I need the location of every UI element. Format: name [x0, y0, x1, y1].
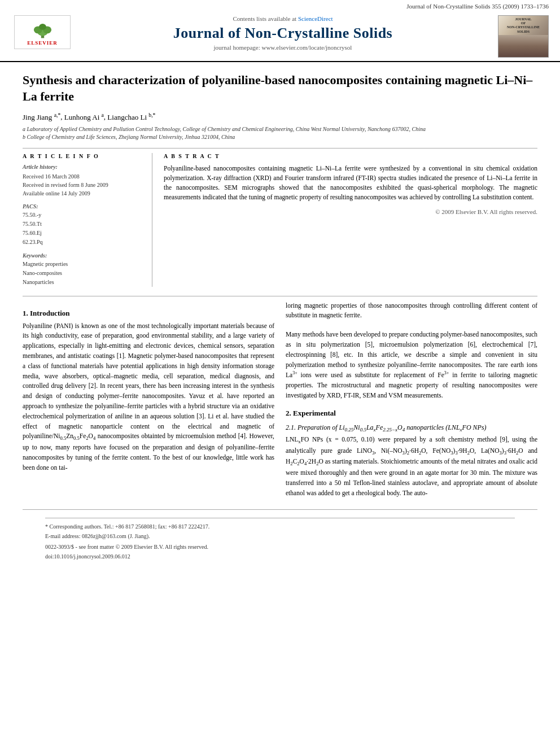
- citation-text: Journal of Non-Crystalline Solids 355 (2…: [406, 3, 549, 10]
- main-left-col: 1. Introduction Polyaniline (PANI) is kn…: [23, 301, 274, 499]
- page-footer: * Corresponding authors. Tel.: +86 817 2…: [23, 509, 537, 560]
- header-center: Contents lists available at ScienceDirec…: [73, 15, 492, 51]
- pacs-section: PACS: 75.50.-y 75.50.Tt 75.60.Ej 62.23.P…: [23, 203, 143, 247]
- article-body: Synthesis and characterization of polyan…: [0, 62, 560, 571]
- section1-title: 1. Introduction: [23, 309, 274, 318]
- elsevier-tree-icon: [27, 19, 58, 39]
- history-label: Article history:: [23, 164, 143, 170]
- thumb-title: JOURNALOFNON-CRYSTALLINESOLIDS: [498, 16, 548, 34]
- journal-thumbnail: JOURNALOFNON-CRYSTALLINESOLIDS: [498, 15, 549, 58]
- history-received: Received 16 March 2008: [23, 172, 143, 181]
- info-abstract-cols: A R T I C L E I N F O Article history: R…: [23, 153, 537, 287]
- article-info-header: A R T I C L E I N F O: [23, 153, 143, 159]
- section1-para: Polyaniline (PANI) is known as one of th…: [23, 321, 274, 473]
- main-body-cols: 1. Introduction Polyaniline (PANI) is kn…: [23, 301, 537, 499]
- affiliation-b: b College of Chemistry and Life Sciences…: [23, 133, 537, 141]
- keyword-2: Nano-composites: [23, 269, 143, 278]
- journal-title: Journal of Non-Crystalline Solids: [79, 24, 487, 42]
- pacs-3: 75.60.Ej: [23, 229, 143, 238]
- page-wrapper: Journal of Non-Crystalline Solids 355 (2…: [0, 0, 560, 571]
- homepage-line: journal homepage: www.elsevier.com/locat…: [79, 44, 487, 51]
- copyright-line: © 2009 Elsevier B.V. All rights reserved…: [164, 208, 537, 215]
- sciencedirect-link[interactable]: ScienceDirect: [298, 15, 333, 22]
- authors-line: Jing Jiang a,*, Lunhong Ai a, Liangchao …: [23, 111, 537, 121]
- affiliation-a: a Laboratory of Applied Chemistry and Po…: [23, 125, 537, 133]
- right-col-para1: loring magnetic properties of those nano…: [286, 301, 537, 321]
- author-1: Jing Jiang a,*: [23, 113, 60, 121]
- divider-2: [23, 296, 537, 296]
- thumb-image: [498, 35, 548, 57]
- pacs-label: PACS:: [23, 203, 143, 209]
- main-right-col: loring magnetic properties of those nano…: [286, 301, 537, 499]
- corresponding-author-note: * Corresponding authors. Tel.: +86 817 2…: [45, 523, 515, 531]
- journal-header: ELSEVIER Contents lists available at Sci…: [0, 11, 560, 62]
- citation-line: Journal of Non-Crystalline Solids 355 (2…: [0, 0, 560, 11]
- elsevier-label: ELSEVIER: [27, 40, 58, 46]
- history-revised: Received in revised form 8 June 2009: [23, 181, 143, 189]
- abstract-col: A B S T R A C T Polyaniline-based nanoco…: [164, 153, 537, 287]
- author-2: Lunhong Ai a: [64, 113, 104, 121]
- footer-doi: doi:10.1016/j.jnoncrysol.2009.06.012: [45, 553, 515, 560]
- divider-1: [23, 148, 537, 148]
- elsevier-logo-area: ELSEVIER: [11, 15, 73, 49]
- keyword-1: Magnetic properties: [23, 260, 143, 269]
- footer-divider: [45, 518, 515, 518]
- abstract-text: Polyaniline-based nanocomposites contain…: [164, 164, 537, 203]
- subsection2-1-title: 2.1. Preparation of Li0.25Ni0.5LaxFe2.25…: [286, 423, 537, 433]
- article-info-col: A R T I C L E I N F O Article history: R…: [23, 153, 152, 287]
- footer-issn: 0022-3093/$ - see front matter © 2009 El…: [45, 544, 515, 550]
- affiliations: a Laboratory of Applied Chemistry and Po…: [23, 125, 537, 141]
- sciencedirect-line: Contents lists available at ScienceDirec…: [79, 15, 487, 22]
- section2-title: 2. Experimental: [286, 409, 537, 418]
- subsection2-1-text: LNLxFO NPs (x = 0.075, 0.10) were prepar…: [286, 435, 537, 498]
- pacs-2: 75.50.Tt: [23, 220, 143, 229]
- keyword-3: Nanoparticles: [23, 278, 143, 287]
- journal-thumbnail-area: JOURNALOFNON-CRYSTALLINESOLIDS: [492, 15, 549, 58]
- article-title: Synthesis and characterization of polyan…: [23, 72, 537, 104]
- right-col-para2: Many methods have been developed to prep…: [286, 330, 537, 401]
- history-online: Available online 14 July 2009: [23, 189, 143, 198]
- keywords-section: Keywords: Magnetic properties Nano-compo…: [23, 252, 143, 287]
- svg-point-4: [39, 24, 46, 30]
- author-3: Liangchao Li b,*: [107, 113, 155, 121]
- pacs-1: 75.50.-y: [23, 211, 143, 220]
- keywords-label: Keywords:: [23, 252, 143, 259]
- elsevier-logo-box: ELSEVIER: [14, 15, 71, 49]
- abstract-header: A B S T R A C T: [164, 153, 537, 159]
- email-note: E-mail address: 0826zjjh@163.com (J. Jia…: [45, 532, 515, 540]
- pacs-4: 62.23.Pq: [23, 238, 143, 247]
